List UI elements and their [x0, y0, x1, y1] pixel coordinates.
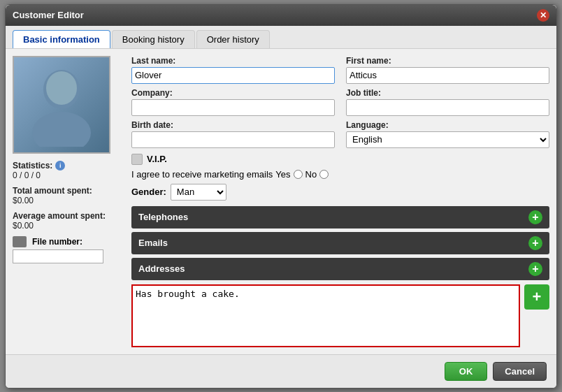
emails-section-bar: Emails + [131, 232, 549, 254]
addresses-label: Addresses [138, 263, 185, 274]
gender-row: Gender: Man Woman Other [131, 184, 549, 201]
right-panel: Last name: First name: Company: Job titl… [131, 56, 549, 347]
language-label: Language: [346, 120, 549, 130]
vip-checkbox[interactable] [131, 154, 143, 165]
notes-textarea[interactable]: Has brought a cake. [131, 284, 520, 347]
notes-add-button[interactable]: + [524, 284, 549, 310]
last-name-group: Last name: [131, 56, 335, 84]
job-title-group: Job title: [346, 88, 549, 116]
close-button[interactable]: ✕ [537, 9, 549, 22]
marketing-no-label: No [305, 169, 317, 180]
birth-date-label: Birth date: [131, 120, 335, 130]
statistics-label: Statistics: i [13, 161, 124, 170]
job-title-label: Job title: [346, 88, 549, 98]
company-group: Company: [131, 88, 335, 116]
customer-editor-dialog: Customer Editor ✕ Basic information Book… [5, 4, 557, 389]
tabs-bar: Basic information Booking history Order … [6, 26, 556, 49]
addresses-section-bar: Addresses + [131, 258, 549, 280]
tab-booking-history[interactable]: Booking history [112, 30, 195, 48]
language-group: Language: English French Spanish [346, 120, 549, 148]
left-panel: Statistics: i 0 / 0 / 0 Total amount spe… [13, 56, 124, 347]
file-icon [13, 236, 27, 247]
vip-row: V.I.P. [131, 154, 549, 165]
avatar-silhouette [27, 63, 96, 147]
marketing-label: I agree to receive marketing emails [131, 169, 273, 180]
statistics-value: 0 / 0 / 0 [13, 170, 124, 180]
marketing-no-radio[interactable] [319, 170, 329, 179]
statistics-section: Statistics: i 0 / 0 / 0 Total amount spe… [13, 161, 124, 231]
marketing-row: I agree to receive marketing emails Yes … [131, 169, 549, 180]
marketing-yes-radio[interactable] [294, 170, 303, 179]
gender-label: Gender: [131, 187, 166, 197]
cancel-button[interactable]: Cancel [493, 362, 547, 381]
avg-label: Average amount spent: [13, 211, 124, 221]
dialog-title-bar: Customer Editor ✕ [6, 5, 556, 26]
telephones-add-button[interactable]: + [528, 210, 542, 224]
first-name-group: First name: [346, 56, 549, 84]
birth-date-group: Birth date: [131, 120, 335, 148]
marketing-yes-label: Yes [275, 169, 290, 180]
last-name-input[interactable] [131, 67, 335, 84]
job-title-input[interactable] [346, 99, 549, 116]
svg-point-2 [46, 71, 77, 105]
tab-basic-information[interactable]: Basic information [13, 30, 110, 48]
first-name-label: First name: [346, 56, 549, 66]
form-grid: Last name: First name: Company: Job titl… [131, 56, 549, 148]
avg-value: $0.00 [13, 221, 124, 231]
statistics-info-icon[interactable]: i [55, 161, 65, 170]
tab-order-history[interactable]: Order history [196, 30, 270, 48]
avatar [13, 56, 110, 154]
notes-row: Has brought a cake. + [131, 284, 549, 347]
last-name-label: Last name: [131, 56, 335, 66]
dialog-footer: OK Cancel [6, 354, 556, 388]
total-value: $0.00 [13, 196, 124, 205]
svg-point-1 [32, 112, 91, 147]
birth-date-input[interactable] [131, 131, 335, 148]
first-name-input[interactable] [346, 67, 549, 84]
company-label: Company: [131, 88, 335, 98]
gender-select[interactable]: Man Woman Other [171, 184, 226, 201]
addresses-add-button[interactable]: + [528, 262, 542, 276]
dialog-title: Customer Editor [13, 10, 84, 20]
company-input[interactable] [131, 99, 335, 116]
telephones-label: Telephones [138, 212, 188, 222]
vip-label: V.I.P. [147, 154, 167, 164]
file-number-input[interactable] [13, 249, 103, 263]
file-section: File number: [13, 236, 124, 263]
ok-button[interactable]: OK [445, 362, 488, 381]
dialog-body: Statistics: i 0 / 0 / 0 Total amount spe… [6, 49, 556, 354]
file-label: File number: [13, 236, 124, 247]
language-select[interactable]: English French Spanish [346, 131, 549, 148]
telephones-section-bar: Telephones + [131, 206, 549, 228]
emails-label: Emails [138, 238, 168, 248]
total-label: Total amount spent: [13, 186, 124, 196]
emails-add-button[interactable]: + [528, 236, 542, 250]
